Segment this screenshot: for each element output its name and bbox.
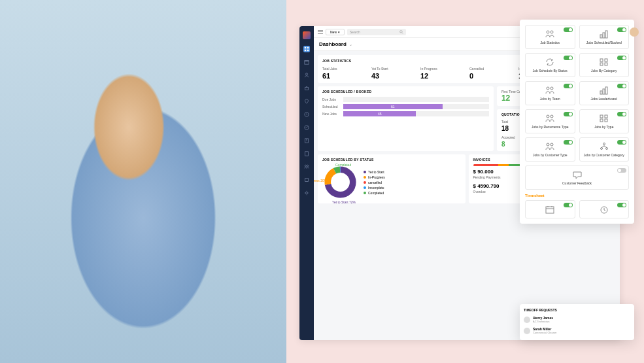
widget-toggle-card[interactable] [525,200,575,218]
search-input[interactable]: Search [347,29,406,35]
svg-point-15 [307,165,308,166]
toggle-switch[interactable] [617,56,626,60]
widget-toggle-card[interactable]: Jobs Scheduled/Booked [579,25,630,49]
nav-settings[interactable] [303,190,310,196]
donut-chart [322,164,358,200]
toggle-switch[interactable] [564,84,573,88]
toggle-switch[interactable] [617,27,626,32]
svg-rect-2 [305,50,306,51]
svg-rect-30 [605,59,607,61]
svg-point-17 [305,192,307,194]
widget-toggle-card[interactable]: Jobs by Type [579,109,630,133]
card-heading: JOB SCHEDULED / BOOKED [322,90,489,94]
nav-customers[interactable] [303,72,310,78]
nav-time[interactable] [303,111,310,118]
svg-point-34 [551,87,553,90]
nav-dashboard[interactable] [303,46,310,52]
widget-toggle-card[interactable]: Jobs Leaderboard [579,81,630,105]
toggle-switch[interactable] [617,112,626,116]
toggle-switch[interactable] [617,203,626,207]
toggle-switch[interactable] [617,140,626,145]
widget-toggle-card[interactable]: Job Schedule By Status [525,53,575,77]
widget-toggle-card[interactable]: Jobs by Recurrence Type [525,109,575,133]
legend-item: Completed [364,191,385,195]
new-button[interactable]: New ▾ [326,29,345,35]
toggle-switch[interactable] [564,140,573,145]
timeoff-request-row[interactable]: Henry JamesAC Technician [524,314,630,325]
invoice-stat: $ 90.000Pending Payments [473,169,515,179]
nav-jobs[interactable] [303,85,310,92]
toggle-switch[interactable] [617,84,626,88]
avatar [524,317,530,323]
toggle-switch[interactable] [564,112,573,116]
tree-icon [599,142,609,151]
card-heading: JOB STATISTICS [322,59,351,63]
svg-point-25 [551,31,553,33]
job-status-chart-card: JOB SCHEDULED BY STATUS Completed 07% In… [318,154,466,203]
svg-point-47 [600,148,602,150]
svg-rect-27 [603,33,605,38]
widget-toggle-card[interactable]: Jobs By Category [579,53,630,77]
chart-label: Yet to Start 72% [332,200,356,204]
widget-toggle-card[interactable]: Customer Feedback [525,165,629,190]
svg-rect-36 [603,89,605,94]
widget-toggle-card[interactable]: Jobs by Team [525,81,575,105]
toggle-switch[interactable] [564,56,573,60]
chevron-down-icon: ▾ [338,30,340,34]
grid-icon [599,58,609,67]
search-icon [399,30,403,34]
svg-rect-4 [305,61,309,65]
nav-team[interactable] [303,164,310,170]
clock-icon [599,205,609,214]
app-logo [303,31,311,39]
svg-rect-40 [600,115,603,118]
nav-reports[interactable] [303,150,310,157]
svg-point-33 [547,87,549,90]
svg-rect-29 [600,59,603,61]
toggle-switch[interactable] [617,168,626,173]
widget-toggle-card[interactable] [579,200,630,218]
svg-point-6 [305,73,307,75]
widget-toggle-card[interactable]: Jobs by Customer Type [525,137,575,162]
profile-avatar[interactable] [630,27,639,37]
timeoff-requests-card: TIMEOFF REQUESTS Henry JamesAC Technicia… [520,304,634,340]
widget-toggle-card[interactable]: Jobs by Customer Category [579,137,630,162]
legend-item: In-Progress [364,175,385,179]
chart-legend: Yet to StartIn-ProgresscancelledIncomple… [364,170,385,195]
svg-rect-16 [305,179,309,182]
svg-rect-32 [605,63,607,65]
calendar-icon [545,205,555,214]
svg-rect-31 [600,63,603,65]
stat-item: In-Progress12 [420,67,464,80]
timeoff-request-row[interactable]: Sarah MillerCommercial Cleaner [524,325,630,336]
hero-photo [0,0,286,363]
menu-icon[interactable] [318,30,323,34]
svg-rect-28 [605,31,607,38]
chat-icon [572,170,583,179]
svg-line-19 [402,32,403,33]
nav-invoice[interactable] [303,137,310,144]
svg-point-48 [605,148,607,150]
svg-point-38 [547,115,549,118]
section-heading: Timesheet [525,194,629,198]
svg-point-14 [305,165,306,166]
nav-calendar[interactable] [303,59,310,65]
svg-point-24 [547,31,549,33]
nav-asset[interactable] [303,177,310,183]
svg-rect-35 [600,91,602,94]
svg-rect-13 [305,152,309,156]
widget-toggle-card[interactable]: Job Statistics [525,25,575,49]
page-title: Dashboard [319,41,347,47]
svg-rect-43 [605,119,607,122]
toggle-switch[interactable] [564,27,573,32]
nav-location[interactable] [303,98,310,105]
nav-check[interactable] [303,124,310,131]
widget-customize-panel: Job StatisticsJobs Scheduled/BookedJob S… [520,20,634,224]
svg-rect-42 [600,119,603,122]
svg-rect-37 [605,87,607,94]
chevron-down-icon[interactable]: ⌄ [349,42,352,46]
job-scheduled-card: JOB SCHEDULED / BOOKED Due JobsScheduled… [318,86,494,151]
toggle-switch[interactable] [564,203,573,207]
stat-item: Yet To Start43 [371,67,415,80]
sidebar-nav [299,26,314,340]
